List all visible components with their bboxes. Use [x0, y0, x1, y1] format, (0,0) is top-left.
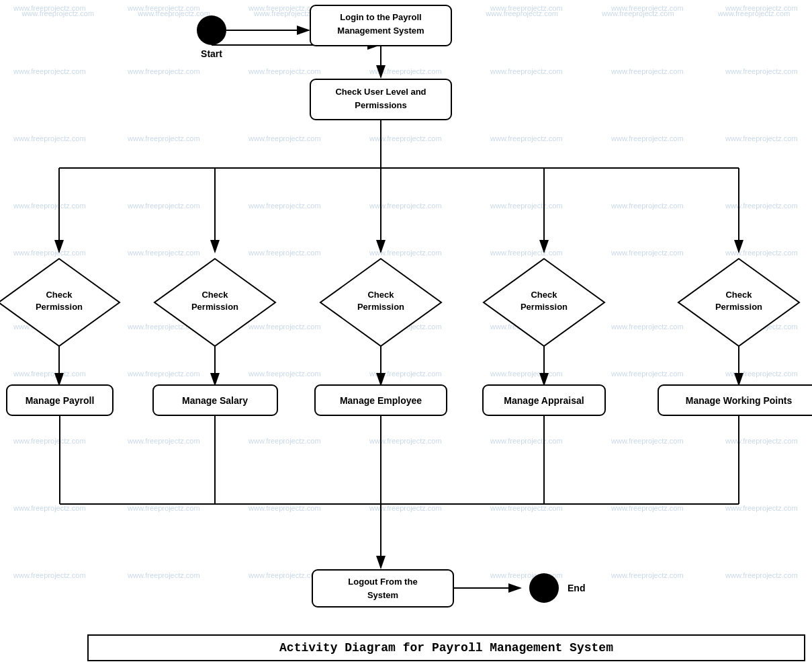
login-text-1: Login to the Payroll [340, 12, 421, 22]
svg-text:www.freeprojectz.com: www.freeprojectz.com [127, 67, 200, 75]
svg-text:www.freeprojectz.com: www.freeprojectz.com [369, 202, 442, 210]
svg-text:www.freeprojectz.com: www.freeprojectz.com [13, 4, 86, 12]
svg-text:www.freeprojectz.com: www.freeprojectz.com [127, 202, 200, 210]
svg-text:www.freeprojectz.com: www.freeprojectz.com [369, 504, 442, 512]
svg-text:www.freeprojectz.com: www.freeprojectz.com [127, 4, 200, 12]
cp1-text-1: Check [46, 290, 73, 300]
svg-text:www.freeprojectz.com: www.freeprojectz.com [725, 249, 798, 257]
svg-text:www.freeprojectz.com: www.freeprojectz.com [13, 504, 86, 512]
svg-text:www.freeprojectz.com: www.freeprojectz.com [725, 437, 798, 445]
logout-box [312, 570, 453, 607]
svg-text:www.freeprojectz.com: www.freeprojectz.com [248, 437, 321, 445]
svg-text:www.freeprojectz.com: www.freeprojectz.com [725, 4, 798, 12]
svg-text:www.freeprojectz.com: www.freeprojectz.com [611, 4, 684, 12]
svg-text:www.freeprojectz.com: www.freeprojectz.com [13, 571, 86, 579]
svg-text:www.freeprojectz.com: www.freeprojectz.com [13, 67, 86, 75]
activity-diagram-svg: www.freeprojectz.com www.freeprojectz.co… [0, 0, 812, 668]
svg-text:www.freeprojectz.com: www.freeprojectz.com [490, 249, 563, 257]
svg-text:www.freeprojectz.com: www.freeprojectz.com [13, 437, 86, 445]
svg-text:www.freeprojectz.com: www.freeprojectz.com [248, 370, 321, 378]
check-user-text-1: Check User Level and [335, 87, 426, 97]
manage-employee-text: Manage Employee [340, 395, 422, 406]
svg-text:www.freeprojectz.com: www.freeprojectz.com [490, 4, 563, 12]
svg-text:www.freeprojectz.com: www.freeprojectz.com [490, 504, 563, 512]
svg-text:www.freeprojectz.com: www.freeprojectz.com [127, 437, 200, 445]
svg-text:www.freeprojectz.com: www.freeprojectz.com [725, 202, 798, 210]
end-label: End [568, 583, 585, 593]
manage-salary-text: Manage Salary [182, 395, 248, 406]
manage-payroll-text: Manage Payroll [26, 395, 95, 406]
svg-text:www.freeprojectz.com: www.freeprojectz.com [611, 67, 684, 75]
cp4-text-2: Permission [521, 302, 568, 312]
svg-text:www.freeprojectz.com: www.freeprojectz.com [13, 134, 86, 142]
svg-text:www.freeprojectz.com: www.freeprojectz.com [725, 67, 798, 75]
svg-text:www.freeprojectz.com: www.freeprojectz.com [611, 504, 684, 512]
svg-text:www.freeprojectz.com: www.freeprojectz.com [490, 437, 563, 445]
start-node [197, 15, 226, 45]
svg-text:www.freeprojectz.com: www.freeprojectz.com [248, 249, 321, 257]
cp2-text-2: Permission [191, 302, 238, 312]
svg-text:www.freeprojectz.com: www.freeprojectz.com [611, 249, 684, 257]
cp1-text-2: Permission [36, 302, 83, 312]
svg-text:www.freeprojectz.com: www.freeprojectz.com [611, 370, 684, 378]
svg-text:www.freeprojectz.com: www.freeprojectz.com [369, 437, 442, 445]
svg-text:www.freeprojectz.com: www.freeprojectz.com [490, 202, 563, 210]
manage-working-text: Manage Working Points [686, 395, 793, 406]
diagram-title: Activity Diagram for Payroll Management … [87, 634, 805, 661]
svg-text:www.freeprojectz.com: www.freeprojectz.com [127, 249, 200, 257]
svg-text:www.freeprojectz.com: www.freeprojectz.com [490, 67, 563, 75]
svg-text:www.freeprojectz.com: www.freeprojectz.com [127, 504, 200, 512]
svg-text:www.freeprojectz.com: www.freeprojectz.com [611, 134, 684, 142]
cp5-text-1: Check [725, 290, 752, 300]
svg-text:www.freeprojectz.com: www.freeprojectz.com [13, 202, 86, 210]
svg-text:www.freeprojectz.com: www.freeprojectz.com [248, 504, 321, 512]
svg-text:www.freeprojectz.com: www.freeprojectz.com [369, 134, 442, 142]
start-label: Start [201, 48, 222, 59]
svg-text:www.freeprojectz.com: www.freeprojectz.com [490, 134, 563, 142]
svg-text:www.freeprojectz.com: www.freeprojectz.com [13, 370, 86, 378]
login-text-2: Management System [337, 26, 424, 36]
manage-appraisal-text: Manage Appraisal [504, 395, 584, 406]
svg-text:www.freeprojectz.com: www.freeprojectz.com [127, 134, 200, 142]
svg-text:www.freeprojectz.com: www.freeprojectz.com [369, 67, 442, 75]
svg-text:www.freeprojectz.com: www.freeprojectz.com [248, 67, 321, 75]
cp5-text-2: Permission [715, 302, 762, 312]
svg-text:www.freeprojectz.com: www.freeprojectz.com [725, 571, 798, 579]
end-node [529, 573, 559, 603]
svg-text:www.freeprojectz.com: www.freeprojectz.com [369, 370, 442, 378]
svg-text:www.freeprojectz.com: www.freeprojectz.com [611, 437, 684, 445]
cp2-text-1: Check [201, 290, 228, 300]
check-user-text-2: Permissions [355, 100, 406, 110]
svg-text:www.freeprojectz.com: www.freeprojectz.com [13, 249, 86, 257]
cp4-text-1: Check [531, 290, 557, 300]
svg-text:www.freeprojectz.com: www.freeprojectz.com [248, 571, 321, 579]
svg-text:www.freeprojectz.com: www.freeprojectz.com [611, 571, 684, 579]
svg-text:www.freeprojectz.com: www.freeprojectz.com [127, 571, 200, 579]
cp3-text-1: Check [367, 290, 394, 300]
svg-text:www.freeprojectz.com: www.freeprojectz.com [725, 370, 798, 378]
svg-text:www.freeprojectz.com: www.freeprojectz.com [248, 323, 321, 331]
svg-text:www.freeprojectz.com: www.freeprojectz.com [725, 504, 798, 512]
logout-text-2: System [367, 590, 398, 600]
svg-text:www.freeprojectz.com: www.freeprojectz.com [127, 370, 200, 378]
svg-text:www.freeprojectz.com: www.freeprojectz.com [725, 134, 798, 142]
cp3-text-2: Permission [357, 302, 404, 312]
svg-text:www.freeprojectz.com: www.freeprojectz.com [248, 202, 321, 210]
svg-text:www.freeprojectz.com: www.freeprojectz.com [611, 202, 684, 210]
diagram-container: www.freeprojectz.comwww.freeprojectz.com… [0, 0, 812, 668]
logout-text-1: Logout From the [348, 577, 417, 587]
svg-text:www.freeprojectz.com: www.freeprojectz.com [369, 249, 442, 257]
svg-text:www.freeprojectz.com: www.freeprojectz.com [248, 134, 321, 142]
check-user-box [310, 79, 451, 120]
svg-text:www.freeprojectz.com: www.freeprojectz.com [490, 370, 563, 378]
svg-text:www.freeprojectz.com: www.freeprojectz.com [611, 323, 684, 331]
